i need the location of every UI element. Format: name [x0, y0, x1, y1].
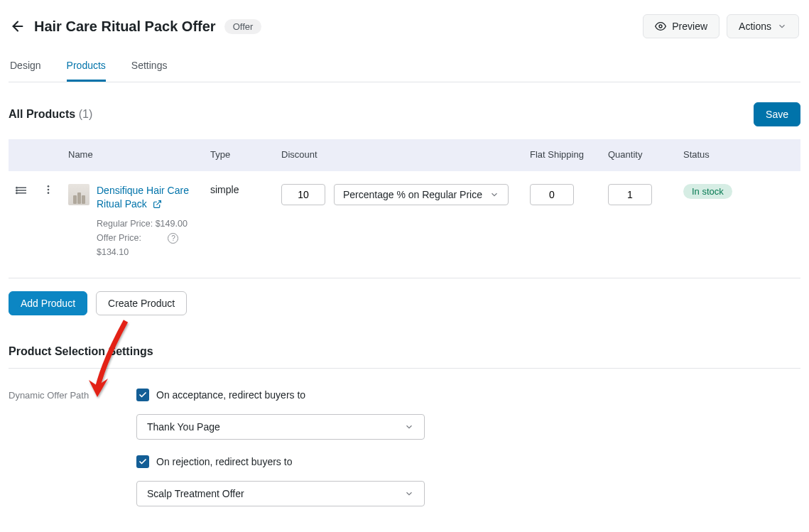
offer-price-label: Offer Price: — [97, 233, 141, 243]
chevron-down-icon — [777, 21, 787, 31]
chevron-down-icon — [404, 489, 414, 499]
svg-point-9 — [48, 189, 50, 191]
chevron-down-icon — [489, 190, 499, 200]
offer-price-value: $134.10 — [97, 247, 129, 257]
accept-checkbox[interactable] — [136, 389, 149, 401]
reject-target-value: Scalp Treatment Offer — [147, 488, 244, 499]
col-type: Type — [203, 139, 274, 171]
info-icon[interactable]: ? — [168, 233, 178, 244]
tab-settings[interactable]: Settings — [131, 55, 168, 82]
col-flat-shipping: Flat Shipping — [523, 139, 601, 171]
quantity-input[interactable] — [608, 184, 652, 205]
chevron-down-icon — [404, 422, 414, 432]
back-arrow-icon[interactable] — [10, 18, 26, 34]
tab-design[interactable]: Design — [10, 55, 41, 82]
external-link-icon — [153, 199, 162, 212]
product-thumbnail — [68, 184, 89, 205]
more-menu-icon[interactable] — [43, 184, 54, 195]
svg-point-7 — [16, 192, 18, 194]
table-row: Densifique Hair Care Ritual Pack Regular… — [9, 171, 800, 272]
flat-shipping-input[interactable] — [530, 184, 574, 205]
actions-button[interactable]: Actions — [727, 14, 799, 38]
svg-line-11 — [156, 200, 161, 205]
create-product-button[interactable]: Create Product — [96, 291, 187, 315]
discount-type-value: Percentage % on Regular Price — [343, 189, 482, 200]
check-icon — [139, 391, 147, 399]
product-type: simple — [203, 171, 274, 272]
eye-icon — [655, 21, 666, 32]
page-title: Hair Care Ritual Pack Offer — [34, 18, 216, 35]
drag-handle-icon[interactable] — [16, 184, 28, 197]
discount-type-select[interactable]: Percentage % on Regular Price — [334, 184, 509, 205]
reject-checkbox[interactable] — [136, 455, 149, 468]
accept-text: On acceptance, redirect buyers to — [156, 389, 305, 401]
product-name: Densifique Hair Care Ritual Pack — [97, 185, 189, 210]
tab-products[interactable]: Products — [67, 55, 106, 82]
check-icon — [139, 457, 147, 466]
offer-badge: Offer — [224, 19, 262, 34]
col-discount: Discount — [274, 139, 523, 171]
accept-target-value: Thank You Page — [147, 421, 220, 433]
preview-button[interactable]: Preview — [643, 14, 720, 38]
products-count: (1) — [79, 108, 93, 120]
svg-point-1 — [659, 25, 662, 28]
svg-point-10 — [48, 192, 50, 194]
svg-point-8 — [48, 185, 50, 188]
col-name: Name — [61, 139, 203, 171]
selection-settings-heading: Product Selection Settings — [9, 345, 800, 369]
actions-label: Actions — [739, 21, 771, 32]
svg-point-6 — [16, 190, 18, 191]
products-heading-text: All Products — [9, 108, 75, 120]
regular-price: Regular Price: $149.00 — [97, 219, 188, 229]
preview-label: Preview — [672, 21, 707, 32]
reject-target-select[interactable]: Scalp Treatment Offer — [136, 481, 425, 506]
accept-target-select[interactable]: Thank You Page — [136, 414, 425, 440]
save-button[interactable]: Save — [754, 102, 800, 126]
reject-text: On rejection, redirect buyers to — [156, 456, 292, 467]
col-status: Status — [676, 139, 800, 171]
dynamic-path-label: Dynamic Offer Path — [9, 389, 136, 522]
all-products-heading: All Products (1) — [9, 108, 92, 121]
svg-point-5 — [16, 187, 18, 188]
add-product-button[interactable]: Add Product — [9, 291, 87, 315]
discount-input[interactable] — [281, 184, 325, 205]
col-quantity: Quantity — [601, 139, 676, 171]
product-link[interactable]: Densifique Hair Care Ritual Pack — [97, 185, 189, 210]
status-badge: In stock — [683, 184, 732, 199]
